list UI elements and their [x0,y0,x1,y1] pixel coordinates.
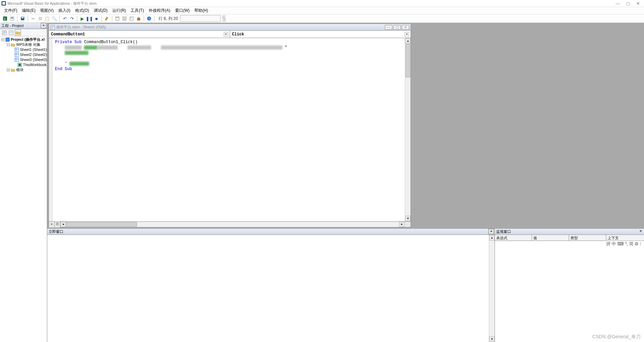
project-tree[interactable]: − Project (操作平台.xl − WPS表格 对象 Sheet1 (Sh… [0,36,47,342]
tree-item-label: Sheet1 (Sheet1) [20,47,47,52]
help-icon[interactable]: ? [146,15,152,22]
collapse-icon[interactable]: − [7,43,10,46]
collapse-icon[interactable]: − [1,38,4,41]
toolbar-scope-dropdown[interactable] [180,15,221,22]
view-excel-icon[interactable]: X [2,15,8,22]
code-horizontal-scrollbar[interactable]: ◂ ▸ [60,222,405,227]
tree-sheet3[interactable]: Sheet3 (Sheet3) [0,57,47,62]
procedure-combo[interactable]: Click ▾ [230,31,411,38]
project-explorer-title[interactable]: 工程 - Project ✕ [0,23,47,29]
objects-group[interactable]: − WPS表格 对象 [0,42,47,47]
tree-sheet1[interactable]: Sheet1 (Sheet1) [0,47,47,52]
view-object-icon[interactable] [8,30,14,36]
code-editor[interactable]: Private Sub CommandButton1_Click() " ' E… [52,38,405,221]
maximize-button[interactable]: ▢ [626,1,630,6]
watch-body[interactable] [495,241,644,342]
menu-view[interactable]: 视图(V) [38,7,56,14]
tree-sheet2[interactable]: Sheet2 (Sheet2) [0,52,47,57]
immediate-window-close-icon[interactable]: ✕ [488,229,494,234]
watch-window-titlebar[interactable]: 监视窗口 ✕ [495,229,644,235]
design-mode-icon[interactable] [104,15,110,22]
code-window-titlebar[interactable]: 操作平台.xlsm - Sheet1 (代码) — ▢ ✕ [49,24,411,31]
immediate-window-body[interactable]: ▴ ▾ [47,235,495,342]
menu-edit[interactable]: 编辑(E) [20,7,37,14]
code-window-minimize-icon[interactable]: — [385,25,392,30]
code-window-title-text: 操作平台.xlsm - Sheet1 (代码) [56,25,384,30]
code-margin[interactable] [49,38,52,221]
code-window-icon [50,25,55,30]
copy-icon[interactable]: ⧉ [37,15,43,22]
object-combo[interactable]: CommandButton1 ▾ [49,31,230,38]
watch-col-type[interactable]: 类型 [569,235,606,241]
scroll-down-icon[interactable]: ▾ [489,336,495,342]
scroll-left-icon[interactable]: ◂ [60,222,66,227]
menu-help[interactable]: 帮助(H) [192,7,210,14]
scroll-thumb[interactable] [405,44,410,77]
reset-icon[interactable]: ■ [93,15,100,22]
project-explorer-icon[interactable] [114,15,120,22]
full-view-icon[interactable]: ☰ [55,222,60,227]
svg-rect-7 [22,17,24,18]
cut-icon[interactable]: ✂ [30,15,36,22]
watch-col-value[interactable]: 值 [532,235,569,241]
toolbar: X ✂ ⧉ 📋 🔍 ↶ ↷ ▶ ❚❚ ■ ? 行 6, 列 20 [0,14,644,23]
close-button[interactable]: ✕ [636,1,640,6]
object-browser-icon[interactable] [129,15,135,22]
menu-addins[interactable]: 外接程序(A) [147,7,172,14]
menu-run[interactable]: 运行(R) [110,7,128,14]
svg-rect-18 [6,38,9,41]
view-code-icon[interactable] [1,30,7,36]
menu-format[interactable]: 格式(O) [73,7,91,14]
watch-col-expression[interactable]: 表达式 [495,235,532,241]
paste-icon[interactable]: 📋 [44,15,50,22]
scroll-right-icon[interactable]: ▸ [399,222,405,227]
project-root[interactable]: − Project (操作平台.xl [0,37,47,42]
menu-file[interactable]: 文件(F) [2,7,19,14]
code-vertical-scrollbar[interactable]: ▴ ▾ [405,38,411,221]
project-explorer-close-icon[interactable]: ✕ [41,23,46,28]
modules-group[interactable]: + 模块 [0,67,47,72]
toggle-folders-icon[interactable] [15,30,21,36]
break-icon[interactable]: ❚❚ [86,15,92,22]
project-root-label: Project (操作平台.xl [11,37,45,42]
properties-icon[interactable] [121,15,128,22]
immediate-vertical-scrollbar[interactable]: ▴ ▾ [489,235,495,342]
objects-group-label: WPS表格 对象 [16,42,40,47]
watch-window-close-icon[interactable]: ✕ [638,229,643,234]
svg-text:X: X [4,17,6,21]
chevron-down-icon[interactable]: ▾ [404,32,409,37]
tree-item-label: ThisWorkbook [23,62,47,67]
save-icon[interactable] [20,15,26,22]
object-combo-value: CommandButton1 [51,32,85,37]
immediate-window-titlebar[interactable]: 立即窗口 ✕ [47,229,495,235]
scroll-up-icon[interactable]: ▴ [405,38,411,44]
insert-module-icon[interactable] [9,15,15,22]
svg-rect-1 [2,2,5,5]
code-window-close-icon[interactable]: ✕ [402,25,409,30]
menu-debug[interactable]: 调试(D) [92,7,110,14]
scroll-down-icon[interactable]: ▾ [405,216,411,221]
menu-insert[interactable]: 插入(I) [56,7,72,14]
tree-item-label: Sheet2 (Sheet2) [20,52,47,57]
toolbox-icon[interactable] [136,15,142,22]
keyword: Private Sub [55,40,82,44]
chevron-down-icon[interactable]: ▾ [224,32,228,37]
minimize-button[interactable]: — [616,1,620,6]
watch-col-context[interactable]: 上下文 [606,235,644,241]
scroll-thumb[interactable] [66,222,137,227]
expand-icon[interactable]: + [7,68,10,71]
scroll-up-icon[interactable]: ▴ [489,235,495,241]
proc-view-icon[interactable]: ≡ [49,222,55,227]
find-icon[interactable]: 🔍 [51,15,57,22]
menu-tools[interactable]: 工具(T) [129,7,146,14]
ime-toolbar[interactable]: 拼 中 ⌨ ⁰, 简 ⚙ ⁝ [605,240,643,248]
code-window-maximize-icon[interactable]: ▢ [393,25,401,30]
project-explorer-toolbar [0,29,47,36]
menu-window[interactable]: 窗口(W) [173,7,192,14]
run-icon[interactable]: ▶ [79,15,85,22]
undo-icon[interactable]: ↶ [62,15,68,22]
toolbar-grip [222,15,226,22]
code-window: 操作平台.xlsm - Sheet1 (代码) — ▢ ✕ CommandBut… [49,24,411,227]
redo-icon[interactable]: ↷ [69,15,75,22]
tree-thisworkbook[interactable]: ThisWorkbook [0,62,47,67]
